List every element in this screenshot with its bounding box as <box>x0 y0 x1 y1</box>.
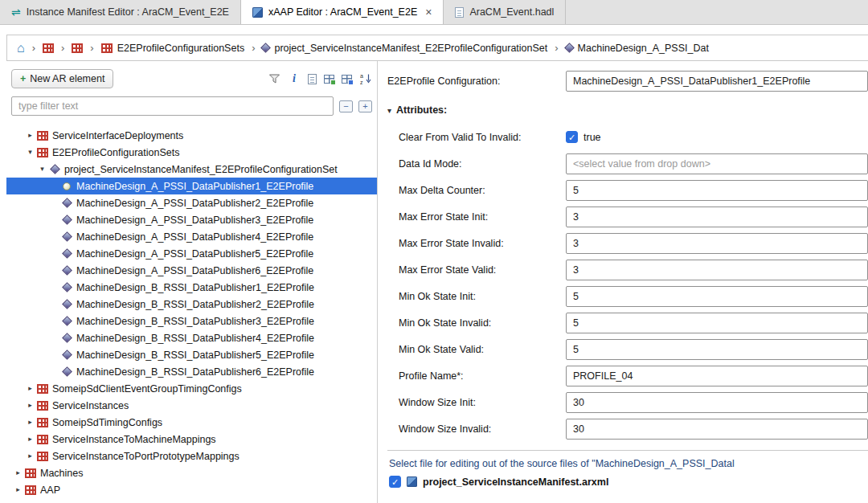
max-error-state-invalid-input[interactable] <box>566 233 868 254</box>
breadcrumb-separator: › <box>555 42 558 54</box>
max-error-state-init-input[interactable] <box>566 207 868 227</box>
attr-row-min-ok-state-init: Min Ok State Init: <box>387 283 868 309</box>
expand-arrow-icon[interactable]: ▸ <box>25 436 35 443</box>
breadcrumb-separator: › <box>252 42 255 54</box>
new-ar-element-label: New AR element <box>30 73 104 84</box>
breadcrumb-item-label: E2EProfileConfigurationSets <box>117 43 244 54</box>
window-size-init-input[interactable] <box>566 392 868 413</box>
max-delta-counter-input[interactable] <box>566 180 868 201</box>
e2eprofile-configuration-input[interactable] <box>566 71 868 92</box>
manifest-icon <box>11 6 21 18</box>
attr-label: Window Size Init: <box>399 397 566 408</box>
attr-row-min-ok-state-valid: Min Ok State Valid: <box>387 336 868 362</box>
table-icon <box>37 435 48 444</box>
tree-row-machinedesign-a-pssi-datapublisher1-e2eprofile[interactable]: MachineDesign_A_PSSI_DataPublisher1_E2EP… <box>6 178 377 194</box>
tab-instance-manifest-editor-aracm-event-e2e[interactable]: Instance Manifest Editor : AraCM_Event_E… <box>0 0 241 24</box>
tab-aracm-event-hadl[interactable]: AraCM_Event.hadl <box>444 0 566 24</box>
breadcrumb-item-project-serviceinstancemanifest-e2eprofi[interactable]: project_ServiceInstanceManifest_E2EProfi… <box>262 43 547 54</box>
expand-arrow-icon[interactable]: ▸ <box>25 132 35 139</box>
expand-arrow-icon[interactable]: ▸ <box>25 385 35 392</box>
doc-icon <box>455 7 464 18</box>
tree-row-machinedesign-a-pssi-datapublisher2-e2eprofile[interactable]: MachineDesign_A_PSSI_DataPublisher2_E2EP… <box>6 194 377 211</box>
table-view-icon[interactable] <box>324 75 334 84</box>
tree-row-label: MachineDesign_A_PSSI_DataPublisher4_E2EP… <box>76 231 313 243</box>
clear-from-valid-to-invalid-checkbox[interactable] <box>566 131 578 143</box>
tab-close-icon[interactable]: × <box>425 6 432 18</box>
tree-row-label: MachineDesign_B_RSSI_DataPublisher2_E2EP… <box>76 299 314 310</box>
columns-view-icon[interactable] <box>342 75 352 84</box>
profile-name-input[interactable] <box>566 366 868 386</box>
tree-row-serviceinstancetomachinemappings[interactable]: ▸ ServiceInstanceToMachineMappings <box>6 431 377 448</box>
breadcrumb-separator: › <box>61 42 64 54</box>
checkbox-value-label: true <box>583 132 601 143</box>
attr-label: Data Id Mode: <box>399 158 566 170</box>
file-row[interactable]: project_ServiceInstanceManifest.arxml <box>387 476 868 488</box>
expand-arrow-icon[interactable]: ▸ <box>25 402 35 409</box>
filter-input[interactable] <box>11 96 334 116</box>
tree-row-machinedesign-b-rssi-datapublisher1-e2eprofile[interactable]: MachineDesign_B_RSSI_DataPublisher1_E2EP… <box>6 279 377 296</box>
data-id-mode-input[interactable] <box>566 153 868 174</box>
expand-arrow-icon[interactable]: ▸ <box>13 469 23 476</box>
tree-row-machinedesign-a-pssi-datapublisher5-e2eprofile[interactable]: MachineDesign_A_PSSI_DataPublisher5_E2EP… <box>6 245 377 262</box>
filter-icon[interactable] <box>268 72 280 85</box>
tree-row-someipsdclienteventgrouptimingconfigs[interactable]: ▸ SomeipSdClientEventGroupTimingConfigs <box>6 380 377 397</box>
tree-row-someipsdtimingconfigs[interactable]: ▸ SomeipSdTimingConfigs <box>6 414 377 431</box>
attribute-rows: Clear From Valid To Invalid: true Data I… <box>387 124 868 442</box>
tree-row-e2eprofileconfigurationsets[interactable]: ▾ E2EProfileConfigurationSets <box>6 144 377 161</box>
diamond-icon <box>261 43 272 53</box>
min-ok-state-valid-input[interactable] <box>566 339 868 360</box>
tree-row-machinedesign-a-pssi-datapublisher3-e2eprofile[interactable]: MachineDesign_A_PSSI_DataPublisher3_E2EP… <box>6 211 377 228</box>
tree-row-serviceinstances[interactable]: ▸ ServiceInstances <box>6 397 377 414</box>
file-checkbox[interactable] <box>389 476 401 488</box>
attr-row-min-ok-state-invalid: Min Ok State Invalid: <box>387 309 868 336</box>
max-error-state-valid-input[interactable] <box>566 260 868 280</box>
breadcrumb-item-e2eprofileconfigurationsets[interactable]: E2EProfileConfigurationSets <box>101 43 244 54</box>
filter-row <box>11 96 372 116</box>
breadcrumb-item[interactable] <box>17 42 25 55</box>
tree-row-project-serviceinstancemanifest-e2eprofileconfigurationset[interactable]: ▾ project_ServiceInstanceManifest_E2EPro… <box>6 161 377 178</box>
collapse-all-icon[interactable] <box>339 100 353 112</box>
tree-row-machinedesign-b-rssi-datapublisher4-e2eprofile[interactable]: MachineDesign_B_RSSI_DataPublisher4_E2EP… <box>6 329 377 346</box>
tree-row-machinedesign-b-rssi-datapublisher3-e2eprofile[interactable]: MachineDesign_B_RSSI_DataPublisher3_E2EP… <box>6 313 377 329</box>
tree-row-machinedesign-a-pssi-datapublisher6-e2eprofile[interactable]: MachineDesign_A_PSSI_DataPublisher6_E2EP… <box>6 262 377 279</box>
tree-row-machines[interactable]: ▸ Machines <box>6 464 377 481</box>
breadcrumb-item-machinedesign-a-pssi-dat[interactable]: MachineDesign_A_PSSI_Dat <box>566 43 709 54</box>
expand-arrow-icon[interactable]: ▾ <box>37 166 47 173</box>
min-ok-state-init-input[interactable] <box>566 286 868 307</box>
tree-row-machinedesign-b-rssi-datapublisher5-e2eprofile[interactable]: MachineDesign_B_RSSI_DataPublisher5_E2EP… <box>6 346 377 363</box>
info-icon[interactable] <box>288 72 301 85</box>
expand-arrow-icon[interactable]: ▸ <box>25 419 35 426</box>
tree-row-label: Machines <box>40 468 84 479</box>
expand-all-icon[interactable] <box>358 100 372 112</box>
tree-row-machinedesign-a-pssi-datapublisher4-e2eprofile[interactable]: MachineDesign_A_PSSI_DataPublisher4_E2EP… <box>6 228 377 245</box>
attributes-header[interactable]: Attributes: <box>387 104 868 116</box>
tree-row-serviceinstancetoportprototypemappings[interactable]: ▸ ServiceInstanceToPortPrototypeMappings <box>6 448 377 464</box>
tree-row-machinedesign-b-rssi-datapublisher6-e2eprofile[interactable]: MachineDesign_B_RSSI_DataPublisher6_E2EP… <box>6 363 377 380</box>
table-icon <box>43 43 54 53</box>
breadcrumb-item[interactable] <box>72 43 83 53</box>
breadcrumb-item[interactable] <box>43 43 54 53</box>
svg-text:a: a <box>360 73 363 79</box>
new-ar-element-button[interactable]: + New AR element <box>11 69 113 88</box>
tree-row-label: project_ServiceInstanceManifest_E2EProfi… <box>64 164 338 175</box>
tree-row-label: ServiceInstanceToMachineMappings <box>52 434 216 445</box>
diamond-icon <box>62 265 72 276</box>
window-size-invalid-input[interactable] <box>566 419 868 440</box>
sort-icon[interactable]: a z <box>359 72 372 85</box>
table-icon <box>25 468 36 478</box>
expand-arrow-icon[interactable]: ▸ <box>25 452 35 460</box>
min-ok-state-invalid-input[interactable] <box>566 313 868 333</box>
tab-label: xAAP Editor : AraCM_Event_E2E <box>268 6 417 18</box>
diamond-icon <box>62 248 72 259</box>
report-icon[interactable] <box>308 74 317 84</box>
tree-row-aap[interactable]: ▸ AAP <box>6 481 377 498</box>
expand-arrow-icon[interactable]: ▾ <box>25 149 35 156</box>
tab-label: AraCM_Event.hadl <box>469 6 554 18</box>
collapse-triangle-icon <box>387 104 391 116</box>
attr-label: Min Ok State Invalid: <box>399 317 566 329</box>
tab-xaap-editor-aracm-event-e2e[interactable]: xAAP Editor : AraCM_Event_E2E × <box>241 0 444 24</box>
tree-row-serviceinterfacedeployments[interactable]: ▸ ServiceInterfaceDeployments <box>6 127 377 144</box>
tree-row-machinedesign-b-rssi-datapublisher2-e2eprofile[interactable]: MachineDesign_B_RSSI_DataPublisher2_E2EP… <box>6 296 377 313</box>
expand-arrow-icon[interactable]: ▸ <box>13 486 23 493</box>
diamond-icon <box>50 164 60 174</box>
